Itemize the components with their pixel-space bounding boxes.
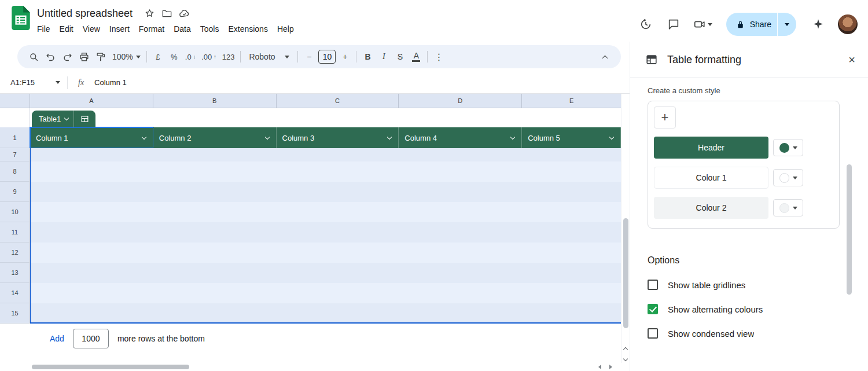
table-header-cell-2[interactable]: Column 2 [153, 127, 277, 148]
font-dropdown[interactable]: Roboto [244, 49, 295, 65]
table-header-cell-1[interactable]: Column 1 [30, 127, 153, 148]
row-header[interactable]: 13 [0, 263, 30, 283]
menu-tools[interactable]: Tools [196, 23, 224, 35]
table-row[interactable]: 13 [0, 263, 621, 283]
column-dropdown-icon[interactable] [264, 134, 269, 139]
move-folder-icon[interactable] [159, 6, 174, 21]
table-row[interactable]: 12 [0, 243, 621, 263]
column-header-b[interactable]: B [153, 94, 277, 108]
table-row[interactable]: 7 [0, 148, 621, 161]
increase-font-size-button[interactable]: + [337, 49, 353, 65]
add-style-button[interactable]: + [654, 106, 676, 128]
column-header-c[interactable]: C [277, 94, 399, 108]
avatar[interactable] [838, 14, 858, 34]
menu-file[interactable]: File [32, 23, 55, 35]
column-dropdown-icon[interactable] [510, 134, 515, 139]
currency-format-button[interactable]: £ [150, 49, 166, 65]
panel-scrollbar-thumb[interactable] [847, 164, 852, 295]
percent-format-button[interactable]: % [166, 49, 182, 65]
star-icon[interactable] [142, 6, 157, 21]
share-button[interactable]: Share [726, 13, 796, 36]
menu-view[interactable]: View [78, 23, 105, 35]
table-header-cell-3[interactable]: Column 3 [277, 127, 399, 148]
undo-button[interactable] [42, 49, 59, 65]
italic-button[interactable]: I [376, 49, 392, 65]
table-options-icon[interactable] [74, 115, 95, 123]
table-row[interactable]: 8 [0, 161, 621, 182]
name-box[interactable]: A1:F15 [10, 78, 65, 87]
zoom-dropdown[interactable]: 100% [109, 49, 144, 65]
print-button[interactable] [76, 49, 93, 65]
gemini-sparkle-icon[interactable] [807, 13, 830, 36]
text-color-button[interactable]: A [408, 49, 424, 65]
add-rows-button[interactable]: Add [50, 334, 64, 343]
column-header-a[interactable]: A [30, 94, 153, 108]
menu-format[interactable]: Format [134, 23, 169, 35]
row-header[interactable]: 12 [0, 243, 30, 263]
colour2-style-button[interactable]: Colour 2 [654, 197, 768, 219]
rows-count-input[interactable] [73, 329, 109, 348]
scroll-down-icon[interactable] [623, 357, 628, 361]
colour2-color-picker[interactable] [773, 199, 803, 216]
colour1-style-button[interactable]: Colour 1 [654, 167, 768, 189]
menu-edit[interactable]: Edit [55, 23, 78, 35]
row-header[interactable]: 11 [0, 222, 30, 243]
scroll-up-icon[interactable] [623, 347, 628, 352]
paint-format-button[interactable] [93, 49, 109, 65]
column-header-e[interactable]: E [522, 94, 621, 108]
decrease-font-size-button[interactable]: − [301, 49, 317, 65]
scroll-right-icon[interactable] [609, 365, 612, 369]
search-icon[interactable] [25, 49, 42, 65]
version-history-icon[interactable] [634, 13, 657, 36]
vertical-scrollbar[interactable] [621, 94, 630, 363]
formula-content[interactable]: Column 1 [94, 78, 127, 87]
table-row[interactable]: 14 [0, 283, 621, 303]
menu-insert[interactable]: Insert [105, 23, 134, 35]
redo-button[interactable] [59, 49, 76, 65]
cloud-saved-icon[interactable] [176, 6, 192, 21]
close-icon[interactable]: × [848, 54, 855, 65]
row-header[interactable]: 10 [0, 202, 30, 222]
scroll-left-icon[interactable] [598, 365, 601, 369]
row-header[interactable]: 9 [0, 182, 30, 202]
table-row[interactable]: 9 [0, 182, 621, 202]
header-style-button[interactable]: Header [654, 137, 768, 159]
column-dropdown-icon[interactable] [142, 134, 146, 139]
document-title[interactable]: Untitled spreadsheet [37, 8, 133, 20]
row-header[interactable]: 1 [0, 127, 30, 148]
column-dropdown-icon[interactable] [387, 134, 392, 139]
meet-button[interactable] [690, 18, 716, 31]
number-format-button[interactable]: 123 [219, 49, 238, 65]
table-row[interactable]: 11 [0, 222, 621, 243]
row-header[interactable]: 15 [0, 303, 30, 324]
more-toolbar-button[interactable]: ⋮ [431, 49, 447, 65]
header-color-picker[interactable] [773, 139, 803, 156]
strikethrough-button[interactable]: S [392, 49, 408, 65]
font-size-input[interactable] [318, 50, 336, 64]
table-row[interactable]: 15 [0, 303, 621, 324]
menu-help[interactable]: Help [273, 23, 299, 35]
increase-decimal-button[interactable]: .00↑ [198, 49, 219, 65]
column-dropdown-icon[interactable] [609, 134, 614, 139]
vertical-scrollbar-thumb[interactable] [623, 218, 628, 328]
alternating-colours-checkbox[interactable] [648, 304, 658, 314]
collapse-toolbar-icon[interactable] [597, 49, 613, 65]
column-header-d[interactable]: D [399, 94, 522, 108]
horizontal-scrollbar-thumb[interactable] [32, 365, 189, 369]
table-name-chip[interactable]: Table1 [32, 111, 95, 127]
table-header-cell-4[interactable]: Column 4 [399, 127, 522, 148]
condensed-view-checkbox[interactable] [648, 328, 658, 339]
gridlines-checkbox[interactable] [648, 280, 658, 290]
menu-extensions[interactable]: Extensions [223, 23, 272, 35]
row-header[interactable]: 8 [0, 161, 30, 182]
decrease-decimal-button[interactable]: .0↓ [182, 49, 198, 65]
horizontal-scrollbar[interactable] [0, 363, 630, 371]
bold-button[interactable]: B [359, 49, 376, 65]
select-all-corner[interactable] [0, 94, 30, 108]
comments-icon[interactable] [662, 13, 685, 36]
table-row[interactable]: 10 [0, 202, 621, 222]
table-header-cell-5[interactable]: Column 5 [522, 127, 621, 148]
colour1-color-picker[interactable] [773, 169, 803, 186]
share-caret-icon[interactable] [778, 13, 796, 36]
row-header[interactable]: 7 [0, 148, 30, 161]
